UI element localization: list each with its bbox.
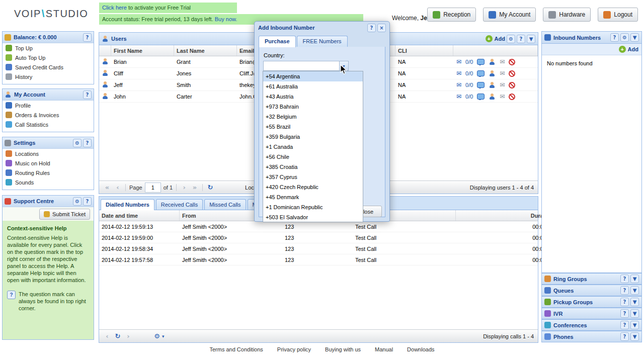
email-icon[interactable]: ✉ [500, 70, 505, 76]
user-status-icon[interactable] [489, 81, 496, 88]
sidebar-item[interactable]: Auto Top Up [3, 53, 94, 62]
user-status-icon[interactable] [489, 58, 496, 65]
call-row[interactable]: 2014-02-12 19:58:34 Jeff Smith <2000> 12… [99, 243, 538, 254]
email-icon[interactable]: ✉ [500, 59, 505, 65]
voicemail-icon[interactable]: ✉ [456, 94, 461, 100]
prev-page-icon[interactable]: ‹ [103, 332, 111, 340]
refresh-icon[interactable]: ↻ [114, 332, 122, 340]
call-row[interactable]: 2014-02-12 19:59:00 Jeff Smith <2000> 12… [99, 232, 538, 243]
page-number-input[interactable] [145, 183, 161, 193]
email-icon[interactable]: ✉ [500, 82, 505, 88]
country-option[interactable]: +973 Bahrain [263, 102, 363, 112]
country-input[interactable] [263, 61, 339, 71]
country-option[interactable]: +385 Croatia [263, 162, 363, 172]
country-option[interactable]: +357 Cyprus [263, 172, 363, 182]
block-icon[interactable] [509, 82, 515, 88]
collapsed-panel[interactable]: Queues ? ▼ [541, 285, 642, 296]
sidebar-item[interactable]: Call Statistics [3, 120, 94, 129]
collapsed-panel[interactable]: Pickup Groups ? ▼ [541, 296, 642, 308]
datetime-column-header[interactable]: Date and time [99, 210, 180, 221]
first-name-column-header[interactable]: First Name [111, 45, 174, 56]
collapse-icon[interactable]: ▼ [527, 35, 535, 43]
gear-icon[interactable]: ⚙ [507, 35, 515, 43]
next-page-icon[interactable]: › [124, 332, 132, 340]
header-button[interactable]: Hardware [543, 8, 591, 22]
help-icon[interactable]: ? [610, 33, 619, 42]
help-icon[interactable]: ? [620, 275, 629, 283]
collapsed-panel[interactable]: Phones ? ▼ [541, 331, 642, 342]
sidebar-item[interactable]: Routing Rules [3, 168, 94, 177]
chat-icon[interactable] [477, 59, 485, 65]
calls-tab[interactable]: Dialled Numbers [101, 199, 154, 210]
sidebar-item[interactable]: Top Up [3, 43, 94, 53]
buy-now-link[interactable]: Buy now. [215, 16, 237, 22]
country-option[interactable]: +359 Bulgaria [263, 132, 363, 142]
country-option[interactable]: +1 Dominican Republic [263, 202, 363, 212]
collapsed-panel[interactable]: IVR ? ▼ [541, 308, 642, 319]
call-row[interactable]: 2014-02-12 19:59:13 Jeff Smith <2000> 12… [99, 221, 538, 232]
user-status-icon[interactable] [489, 70, 496, 77]
collapsed-panel[interactable]: Ring Groups ? ▼ [541, 273, 642, 285]
help-icon[interactable]: ? [83, 139, 92, 147]
add-user-button[interactable]: +Add [486, 35, 505, 42]
user-status-icon[interactable] [489, 93, 496, 100]
country-option[interactable]: +45 Denmark [263, 192, 363, 202]
calls-tab[interactable]: Received Calls [156, 199, 203, 210]
footer-link[interactable]: Buying with us [325, 346, 361, 352]
country-option[interactable]: +55 Brazil [263, 122, 363, 132]
country-option[interactable]: +420 Czech Republic [263, 182, 363, 192]
first-page-icon[interactable]: « [103, 184, 111, 192]
help-icon[interactable]: ? [620, 321, 629, 329]
header-button[interactable]: Logout [598, 8, 638, 22]
collapse-icon[interactable]: ▼ [630, 33, 639, 42]
prev-page-icon[interactable]: ‹ [114, 184, 122, 192]
last-name-column-header[interactable]: Last Name [174, 45, 237, 56]
sidebar-item[interactable]: Music on Hold [3, 158, 94, 168]
footer-link[interactable]: Downloads [407, 346, 434, 352]
gear-icon[interactable]: ⚙ [620, 33, 629, 42]
sidebar-item[interactable]: Saved Credit Cards [3, 62, 94, 72]
help-icon[interactable]: ? [620, 298, 629, 306]
footer-link[interactable]: Manual [375, 346, 393, 352]
export-tools-button[interactable]: ⚙ ▾ [153, 332, 165, 340]
dropdown-trigger[interactable]: ▼ [339, 61, 349, 71]
submit-ticket-button[interactable]: Submit Ticket [39, 209, 90, 220]
help-icon[interactable]: ? [620, 309, 629, 318]
block-icon[interactable] [509, 59, 515, 65]
voicemail-icon[interactable]: ✉ [456, 82, 461, 88]
email-icon[interactable]: ✉ [500, 94, 505, 100]
expand-icon[interactable]: ▼ [630, 309, 639, 318]
expand-icon[interactable]: ▼ [630, 286, 639, 295]
sidebar-item[interactable]: History [3, 72, 94, 81]
help-icon[interactable]: ? [517, 35, 525, 43]
dialog-header[interactable]: Add Inbound Number ? × [255, 22, 389, 34]
cli-column-header[interactable]: CLI [395, 45, 453, 56]
chat-icon[interactable] [477, 70, 485, 76]
chat-icon[interactable] [477, 94, 485, 100]
gear-icon[interactable]: ⚙ [73, 139, 82, 147]
voicemail-icon[interactable]: ✉ [456, 59, 461, 65]
refresh-icon[interactable]: ↻ [206, 184, 214, 192]
country-option[interactable]: +1 Canada [263, 142, 363, 152]
sidebar-item[interactable]: Profile [3, 101, 94, 110]
voicemail-icon[interactable]: ✉ [456, 70, 461, 76]
footer-link[interactable]: Privacy policy [277, 346, 311, 352]
block-icon[interactable] [509, 94, 515, 100]
expand-icon[interactable]: ▼ [630, 332, 639, 341]
dialog-help-icon[interactable]: ? [367, 24, 376, 32]
country-option[interactable]: +61 Australia [263, 81, 363, 92]
expand-icon[interactable]: ▼ [630, 275, 639, 283]
help-icon[interactable]: ? [620, 286, 629, 295]
country-option[interactable]: +503 El Salvador [263, 212, 363, 222]
help-icon[interactable]: ? [620, 332, 629, 341]
header-button[interactable]: My Account [483, 8, 536, 22]
last-page-icon[interactable]: » [191, 184, 199, 192]
gear-icon[interactable]: ⚙ [73, 197, 82, 206]
dialog-close-icon[interactable]: × [377, 24, 386, 32]
header-button[interactable]: Reception [427, 8, 476, 22]
sidebar-item[interactable]: Locations [3, 149, 94, 158]
next-page-icon[interactable]: › [180, 184, 188, 192]
sidebar-item[interactable]: Sounds [3, 177, 94, 187]
help-icon[interactable]: ? [83, 90, 92, 99]
collapsed-panel[interactable]: Conferences ? ▼ [541, 319, 642, 331]
